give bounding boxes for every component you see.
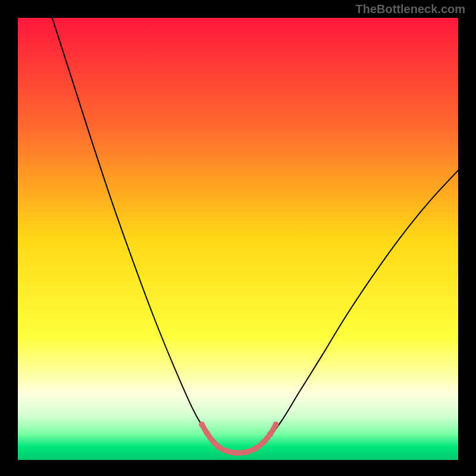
chart-svg <box>18 18 458 460</box>
svg-point-9 <box>267 431 273 437</box>
chart-plot-area <box>18 18 458 460</box>
svg-point-8 <box>261 439 267 445</box>
watermark-text: TheBottleneck.com <box>356 2 465 16</box>
svg-point-0 <box>199 422 205 428</box>
svg-point-1 <box>204 430 210 436</box>
chart-background <box>18 18 458 460</box>
svg-point-7 <box>253 446 259 452</box>
svg-point-2 <box>211 439 217 445</box>
svg-point-3 <box>217 444 223 450</box>
chart-frame: TheBottleneck.com <box>0 0 476 476</box>
svg-point-5 <box>233 450 239 456</box>
svg-point-10 <box>273 422 279 428</box>
svg-point-6 <box>244 449 250 455</box>
svg-point-4 <box>223 447 228 453</box>
